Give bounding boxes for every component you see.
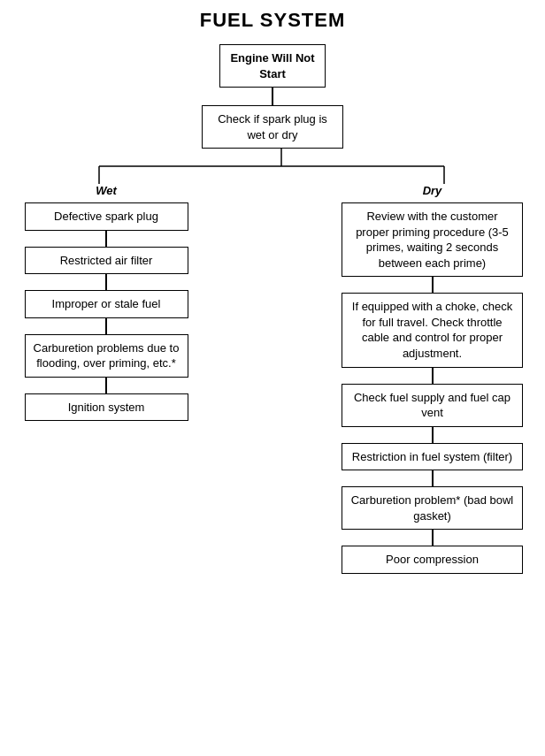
branch-connector (9, 149, 536, 184)
vc-r4 (432, 530, 434, 546)
right-box-0: Review with the customer proper priming … (342, 202, 523, 277)
vc-l1 (105, 274, 107, 290)
start-box: Engine Will Not Start (219, 44, 326, 88)
vc-l3 (105, 378, 107, 393)
vc-start-check (272, 88, 273, 105)
vc-r1 (432, 368, 434, 384)
right-box-5: Poor compression (342, 546, 523, 574)
left-box-4: Ignition system (25, 393, 188, 422)
top-area: Engine Will Not Start Check if spark plu… (9, 44, 536, 149)
vc-r3 (432, 470, 434, 486)
right-box-2: Check fuel supply and fuel cap vent (342, 384, 523, 427)
check-box: Check if spark plug is wet or dry (202, 105, 343, 149)
vc-r0 (432, 277, 434, 293)
wet-label: Wet (96, 184, 117, 197)
page: FUEL SYSTEM Engine Will Not Start Check … (0, 0, 545, 756)
left-box-0: Defective spark plug (25, 202, 188, 231)
left-box-2: Improper or stale fuel (25, 290, 188, 318)
left-column: Wet Defective spark plug Restricted air … (13, 184, 199, 421)
vc-l0 (105, 231, 107, 247)
right-box-3: Restriction in fuel system (filter) (342, 443, 523, 471)
left-box-1: Restricted air filter (25, 247, 188, 275)
vc-r2 (432, 427, 434, 443)
dry-label: Dry (423, 184, 442, 197)
branch-svg (9, 149, 536, 184)
right-column: Dry Review with the customer proper prim… (333, 184, 532, 574)
right-box-1: If equipped with a choke, check for full… (342, 293, 523, 367)
columns-area: Wet Defective spark plug Restricted air … (9, 184, 536, 574)
vc-l2 (105, 318, 107, 334)
page-title: FUEL SYSTEM (9, 9, 536, 32)
right-box-4: Carburetion problem* (bad bowl gasket) (342, 486, 523, 530)
left-box-3: Carburetion problems due to flooding, ov… (25, 334, 188, 378)
